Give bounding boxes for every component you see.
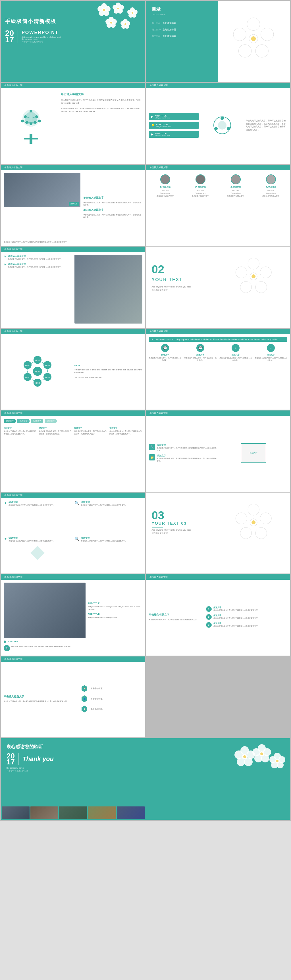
- svg-point-41: [251, 37, 256, 41]
- svg-point-62: [218, 121, 226, 129]
- slide-9: 单击输入标题文字 KEY1 KEY2 KEY3 KEY4: [1, 329, 145, 410]
- slide1-sub3: 与梦偕行寻找更好的自己: [22, 41, 61, 43]
- svg-text:KEY6: KEY6: [25, 364, 30, 366]
- svg-point-114: [260, 752, 263, 755]
- slide14-label: YOUR TEXT 03: [152, 521, 191, 525]
- slide-17: 单击输入标题文字 单击输入标题文字 单击此处可以输入文字，用户可以根据自己的需要…: [1, 657, 145, 737]
- svg-point-107: [243, 755, 246, 758]
- slide15-header: 单击输入标题文字: [1, 574, 145, 580]
- svg-point-69: [240, 282, 251, 293]
- slide6-header: 单击输入标题文字: [146, 165, 291, 170]
- slide17-header: 单击输入标题文字: [1, 657, 145, 662]
- slide3-header: 单击输入标题文字: [1, 83, 145, 88]
- svg-point-91: [240, 528, 251, 539]
- slides-container: 手绘极简小清新模板 20 17 POWERPOINT Add up anythi…: [0, 0, 291, 821]
- svg-text:KEY7: KEY7: [35, 371, 40, 373]
- svg-point-105: [234, 751, 243, 759]
- slide16-header: 单击输入标题文字: [146, 574, 291, 580]
- svg-point-70: [235, 267, 247, 278]
- svg-text:📋: 📋: [84, 708, 86, 710]
- contents-header: 目录: [152, 6, 213, 13]
- svg-point-13: [118, 8, 119, 10]
- svg-point-39: [233, 28, 246, 41]
- slide-12: 单击输入标题文字 🔧 添加文字 单击此处可以输入文字，用户可以根据自己的需要随意…: [146, 410, 291, 492]
- svg-point-6: [103, 9, 105, 11]
- slide8-sub: Add anything what you like or what you n…: [152, 286, 191, 288]
- slide1-sub1: Add up anything what you like or what yo…: [22, 36, 61, 38]
- svg-point-72: [251, 274, 256, 278]
- slide8-desc: 点击此处更换文字: [152, 289, 191, 291]
- contents-sub: • CONTENTS: [152, 13, 213, 16]
- svg-point-88: [248, 504, 259, 515]
- svg-text:KEY4: KEY4: [35, 382, 40, 384]
- svg-point-119: [269, 756, 276, 763]
- svg-point-63: [221, 116, 224, 120]
- slide-16: 单击输入标题文字 单击输入标题文字 单击此处可以输入文字，用户可以根据自己的需要…: [146, 574, 291, 655]
- slide-5: 单击输入标题文字 涵秋文字 单击输入标题文字 单击此处可以输入文字，用户可以根据…: [1, 165, 145, 246]
- slide9-header: 单击输入标题文字: [1, 329, 145, 334]
- slide5-header: 单击输入标题文字: [1, 165, 145, 170]
- slide-13: 单击输入标题文字 ✈ 描述文字 单击此处可以输入文字，用户可以根据，点击此处更换…: [1, 493, 145, 574]
- slide3-section-title: 单击输入标题文字: [61, 92, 142, 96]
- slide-11: 单击输入标题文字 描述文字 描述文字 描述文字 描述文字 描述文字 单击此处可以…: [1, 410, 145, 492]
- svg-point-89: [260, 513, 271, 524]
- svg-point-66: [248, 258, 259, 269]
- slide-2: 目录 • CONTENTS 第一部分 点此添加标题 第二部分 点此添加标题 第三…: [146, 1, 291, 82]
- slide-3: 单击输入标题文字: [1, 83, 145, 164]
- thank-sub2: 与梦偕行寻找更好的自己: [6, 770, 54, 772]
- slide14-desc: 点击此处更换文字: [152, 532, 191, 535]
- slide-10: 单击输入标题文字 Add your words here - according…: [146, 329, 291, 410]
- svg-text:KEY5: KEY5: [25, 376, 30, 379]
- slide-4: 单击输入标题文字 ▶ ADD TITLE add your words here…: [146, 83, 291, 164]
- slide-14: 03 YOUR TEXT 03 Add anything what you li…: [146, 493, 291, 574]
- slide7-header: 单击输入标题文字: [1, 247, 145, 252]
- svg-point-64: [227, 127, 230, 130]
- svg-point-27: [110, 22, 112, 24]
- thank-cn: 衷心感谢您的聆听: [6, 744, 54, 750]
- svg-point-18: [127, 10, 132, 14]
- svg-point-20: [132, 12, 133, 14]
- slide1-sub2: like company name: [22, 38, 61, 40]
- svg-point-68: [256, 282, 267, 293]
- slide12-header: 单击输入标题文字: [146, 410, 291, 416]
- svg-text:KEY1: KEY1: [35, 360, 40, 361]
- svg-text:🏠: 🏠: [84, 687, 86, 690]
- slide8-label: YOUR TEXT: [152, 277, 191, 282]
- svg-point-65: [214, 127, 218, 130]
- slide-15: 单击输入标题文字 ADD TITLE Add your words here t…: [1, 574, 145, 655]
- svg-text:KEY2: KEY2: [45, 364, 50, 366]
- slide10-header: 单击输入标题文字: [146, 329, 291, 334]
- svg-point-37: [256, 45, 268, 57]
- svg-point-34: [124, 23, 126, 25]
- svg-point-46: [30, 110, 32, 113]
- thank-sub1: like company name: [6, 767, 54, 769]
- svg-rect-43: [24, 138, 38, 140]
- slide4-header: 单击输入标题文字: [146, 83, 291, 88]
- slide11-header: 单击输入标题文字: [1, 410, 145, 416]
- ppt-label: POWERPOINT: [22, 30, 61, 35]
- slide-8: 02 YOUR TEXT Add anything what you like …: [146, 247, 291, 328]
- svg-point-92: [235, 513, 247, 524]
- slide-7: 单击输入标题文字 ✈ 单击输入标题文字 单击此处可以输入文字，用户可以根据自己的…: [1, 247, 145, 328]
- svg-point-35: [247, 18, 260, 30]
- slide3-body: 单击此处可以输入文字，用户可以根据自己的需要随意输入文字，点击此处更换文字。Cl…: [61, 99, 142, 105]
- svg-point-36: [261, 28, 274, 41]
- svg-point-67: [260, 267, 271, 278]
- slide14-sub: Add anything what you like or what you n…: [152, 529, 191, 531]
- svg-text:👤: 👤: [84, 698, 86, 700]
- svg-text:KEY3: KEY3: [45, 376, 50, 379]
- svg-point-38: [239, 45, 251, 57]
- title-cn: 手绘极简小清新模板: [5, 18, 56, 25]
- slide13-header: 单击输入标题文字: [1, 493, 145, 498]
- slide-18: 衷心感谢您的聆听 20 17 Thank you like company na…: [1, 738, 290, 819]
- svg-point-94: [251, 520, 256, 524]
- slide-6: 单击输入标题文字 贰 我是标题 Add Your Youtumehere 单击此…: [146, 165, 291, 246]
- thank-you-text: Thank you: [22, 755, 54, 763]
- year-bottom: 17: [5, 36, 14, 44]
- slide-1: 手绘极简小清新模板 20 17 POWERPOINT Add up anythi…: [1, 1, 145, 82]
- svg-point-121: [276, 760, 278, 762]
- svg-point-112: [252, 748, 260, 756]
- svg-point-90: [256, 528, 267, 539]
